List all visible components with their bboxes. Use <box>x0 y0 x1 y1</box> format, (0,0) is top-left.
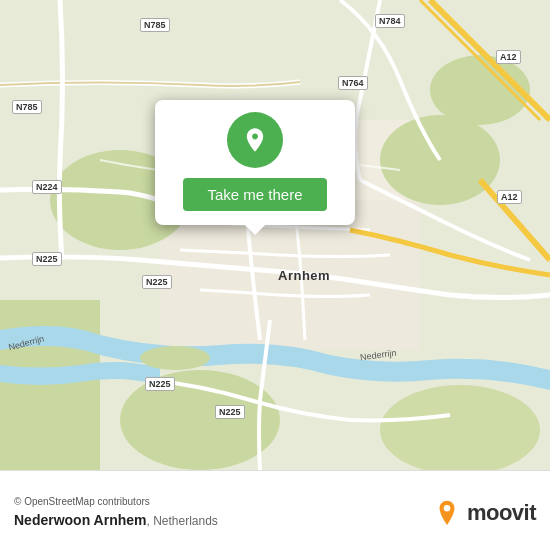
road-label-a12-right: A12 <box>497 190 522 204</box>
moovit-logo-text: moovit <box>467 500 536 526</box>
road-label-n764: N764 <box>338 76 368 90</box>
map-container: N785 N784 N785 N764 A12 A12 N224 N225 N2… <box>0 0 550 470</box>
road-label-n225-left: N225 <box>32 252 62 266</box>
road-label-n224: N224 <box>32 180 62 194</box>
map-popup: Take me there <box>155 100 355 225</box>
road-label-a12-top: A12 <box>496 50 521 64</box>
road-label-n785-top: N785 <box>140 18 170 32</box>
footer: © OpenStreetMap contributors Nederwoon A… <box>0 470 550 550</box>
svg-point-10 <box>444 505 451 512</box>
footer-title: Nederwoon Arnhem <box>14 512 147 528</box>
svg-point-5 <box>430 55 530 125</box>
road-label-n225-mid: N225 <box>142 275 172 289</box>
footer-left: © OpenStreetMap contributors Nederwoon A… <box>14 496 218 529</box>
moovit-logo-icon <box>433 499 461 527</box>
footer-subtitle: , Netherlands <box>147 514 218 528</box>
popup-icon-circle <box>227 112 283 168</box>
svg-point-7 <box>120 370 280 470</box>
map-svg <box>0 0 550 470</box>
svg-point-9 <box>140 346 210 370</box>
footer-logo: moovit <box>433 499 536 527</box>
road-label-n225-bottom: N225 <box>215 405 245 419</box>
take-me-there-button[interactable]: Take me there <box>183 178 326 211</box>
city-label-arnhem: Arnhem <box>278 268 330 283</box>
footer-location: Nederwoon Arnhem, Netherlands <box>14 511 218 529</box>
footer-copyright: © OpenStreetMap contributors <box>14 496 218 507</box>
road-label-n225-lower: N225 <box>145 377 175 391</box>
road-label-n784: N784 <box>375 14 405 28</box>
road-label-n785-left: N785 <box>12 100 42 114</box>
location-icon <box>241 126 269 154</box>
svg-rect-6 <box>0 300 100 470</box>
